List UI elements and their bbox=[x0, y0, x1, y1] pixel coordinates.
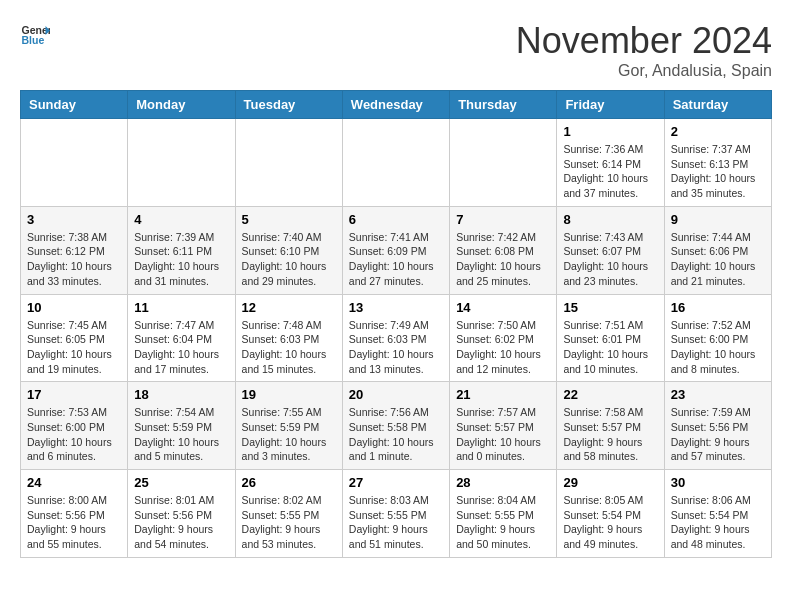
day-number: 25 bbox=[134, 475, 228, 490]
day-info: Sunrise: 7:36 AMSunset: 6:14 PMDaylight:… bbox=[563, 142, 657, 201]
day-number: 3 bbox=[27, 212, 121, 227]
day-number: 10 bbox=[27, 300, 121, 315]
day-number: 20 bbox=[349, 387, 443, 402]
day-number: 27 bbox=[349, 475, 443, 490]
svg-text:Blue: Blue bbox=[22, 34, 45, 46]
day-number: 24 bbox=[27, 475, 121, 490]
logo: General Blue bbox=[20, 20, 50, 50]
day-info: Sunrise: 7:52 AMSunset: 6:00 PMDaylight:… bbox=[671, 318, 765, 377]
calendar-week-row: 24Sunrise: 8:00 AMSunset: 5:56 PMDayligh… bbox=[21, 470, 772, 558]
day-info: Sunrise: 7:57 AMSunset: 5:57 PMDaylight:… bbox=[456, 405, 550, 464]
calendar-week-row: 17Sunrise: 7:53 AMSunset: 6:00 PMDayligh… bbox=[21, 382, 772, 470]
calendar-day-cell: 11Sunrise: 7:47 AMSunset: 6:04 PMDayligh… bbox=[128, 294, 235, 382]
weekday-header-cell: Tuesday bbox=[235, 91, 342, 119]
day-info: Sunrise: 7:40 AMSunset: 6:10 PMDaylight:… bbox=[242, 230, 336, 289]
day-number: 28 bbox=[456, 475, 550, 490]
calendar-day-cell: 19Sunrise: 7:55 AMSunset: 5:59 PMDayligh… bbox=[235, 382, 342, 470]
day-info: Sunrise: 7:41 AMSunset: 6:09 PMDaylight:… bbox=[349, 230, 443, 289]
day-info: Sunrise: 7:55 AMSunset: 5:59 PMDaylight:… bbox=[242, 405, 336, 464]
day-info: Sunrise: 8:05 AMSunset: 5:54 PMDaylight:… bbox=[563, 493, 657, 552]
calendar-day-cell: 20Sunrise: 7:56 AMSunset: 5:58 PMDayligh… bbox=[342, 382, 449, 470]
calendar-day-cell: 14Sunrise: 7:50 AMSunset: 6:02 PMDayligh… bbox=[450, 294, 557, 382]
day-number: 30 bbox=[671, 475, 765, 490]
calendar-day-cell: 5Sunrise: 7:40 AMSunset: 6:10 PMDaylight… bbox=[235, 206, 342, 294]
day-number: 15 bbox=[563, 300, 657, 315]
calendar-day-cell: 3Sunrise: 7:38 AMSunset: 6:12 PMDaylight… bbox=[21, 206, 128, 294]
calendar-day-cell: 10Sunrise: 7:45 AMSunset: 6:05 PMDayligh… bbox=[21, 294, 128, 382]
calendar-day-cell: 23Sunrise: 7:59 AMSunset: 5:56 PMDayligh… bbox=[664, 382, 771, 470]
calendar-day-cell: 2Sunrise: 7:37 AMSunset: 6:13 PMDaylight… bbox=[664, 119, 771, 207]
calendar-week-row: 10Sunrise: 7:45 AMSunset: 6:05 PMDayligh… bbox=[21, 294, 772, 382]
day-number: 29 bbox=[563, 475, 657, 490]
calendar-day-cell: 7Sunrise: 7:42 AMSunset: 6:08 PMDaylight… bbox=[450, 206, 557, 294]
calendar-day-cell: 13Sunrise: 7:49 AMSunset: 6:03 PMDayligh… bbox=[342, 294, 449, 382]
day-number: 12 bbox=[242, 300, 336, 315]
calendar-day-cell: 17Sunrise: 7:53 AMSunset: 6:00 PMDayligh… bbox=[21, 382, 128, 470]
day-number: 2 bbox=[671, 124, 765, 139]
day-number: 18 bbox=[134, 387, 228, 402]
calendar-day-cell: 26Sunrise: 8:02 AMSunset: 5:55 PMDayligh… bbox=[235, 470, 342, 558]
day-number: 9 bbox=[671, 212, 765, 227]
weekday-header-cell: Friday bbox=[557, 91, 664, 119]
calendar-day-cell: 22Sunrise: 7:58 AMSunset: 5:57 PMDayligh… bbox=[557, 382, 664, 470]
weekday-header-cell: Wednesday bbox=[342, 91, 449, 119]
day-info: Sunrise: 7:59 AMSunset: 5:56 PMDaylight:… bbox=[671, 405, 765, 464]
calendar-day-cell: 28Sunrise: 8:04 AMSunset: 5:55 PMDayligh… bbox=[450, 470, 557, 558]
day-number: 17 bbox=[27, 387, 121, 402]
calendar-day-cell: 15Sunrise: 7:51 AMSunset: 6:01 PMDayligh… bbox=[557, 294, 664, 382]
calendar-day-cell: 24Sunrise: 8:00 AMSunset: 5:56 PMDayligh… bbox=[21, 470, 128, 558]
calendar-day-cell: 16Sunrise: 7:52 AMSunset: 6:00 PMDayligh… bbox=[664, 294, 771, 382]
day-number: 14 bbox=[456, 300, 550, 315]
day-info: Sunrise: 7:49 AMSunset: 6:03 PMDaylight:… bbox=[349, 318, 443, 377]
day-info: Sunrise: 7:42 AMSunset: 6:08 PMDaylight:… bbox=[456, 230, 550, 289]
day-info: Sunrise: 7:37 AMSunset: 6:13 PMDaylight:… bbox=[671, 142, 765, 201]
day-info: Sunrise: 7:54 AMSunset: 5:59 PMDaylight:… bbox=[134, 405, 228, 464]
day-info: Sunrise: 8:06 AMSunset: 5:54 PMDaylight:… bbox=[671, 493, 765, 552]
day-info: Sunrise: 7:44 AMSunset: 6:06 PMDaylight:… bbox=[671, 230, 765, 289]
calendar-day-cell bbox=[450, 119, 557, 207]
weekday-header: SundayMondayTuesdayWednesdayThursdayFrid… bbox=[21, 91, 772, 119]
day-info: Sunrise: 7:47 AMSunset: 6:04 PMDaylight:… bbox=[134, 318, 228, 377]
logo-icon: General Blue bbox=[20, 20, 50, 50]
weekday-header-cell: Thursday bbox=[450, 91, 557, 119]
calendar-day-cell: 27Sunrise: 8:03 AMSunset: 5:55 PMDayligh… bbox=[342, 470, 449, 558]
day-number: 22 bbox=[563, 387, 657, 402]
calendar-day-cell: 1Sunrise: 7:36 AMSunset: 6:14 PMDaylight… bbox=[557, 119, 664, 207]
calendar-day-cell bbox=[342, 119, 449, 207]
day-info: Sunrise: 7:43 AMSunset: 6:07 PMDaylight:… bbox=[563, 230, 657, 289]
day-info: Sunrise: 7:51 AMSunset: 6:01 PMDaylight:… bbox=[563, 318, 657, 377]
day-number: 4 bbox=[134, 212, 228, 227]
calendar-day-cell: 30Sunrise: 8:06 AMSunset: 5:54 PMDayligh… bbox=[664, 470, 771, 558]
day-number: 1 bbox=[563, 124, 657, 139]
weekday-header-cell: Sunday bbox=[21, 91, 128, 119]
day-info: Sunrise: 8:03 AMSunset: 5:55 PMDaylight:… bbox=[349, 493, 443, 552]
calendar-week-row: 1Sunrise: 7:36 AMSunset: 6:14 PMDaylight… bbox=[21, 119, 772, 207]
calendar-body: 1Sunrise: 7:36 AMSunset: 6:14 PMDaylight… bbox=[21, 119, 772, 558]
calendar-day-cell: 21Sunrise: 7:57 AMSunset: 5:57 PMDayligh… bbox=[450, 382, 557, 470]
day-info: Sunrise: 7:45 AMSunset: 6:05 PMDaylight:… bbox=[27, 318, 121, 377]
calendar-day-cell: 25Sunrise: 8:01 AMSunset: 5:56 PMDayligh… bbox=[128, 470, 235, 558]
month-title: November 2024 bbox=[516, 20, 772, 62]
day-info: Sunrise: 8:00 AMSunset: 5:56 PMDaylight:… bbox=[27, 493, 121, 552]
calendar-day-cell: 8Sunrise: 7:43 AMSunset: 6:07 PMDaylight… bbox=[557, 206, 664, 294]
day-info: Sunrise: 7:39 AMSunset: 6:11 PMDaylight:… bbox=[134, 230, 228, 289]
day-number: 5 bbox=[242, 212, 336, 227]
title-area: November 2024 Gor, Andalusia, Spain bbox=[516, 20, 772, 80]
day-info: Sunrise: 7:38 AMSunset: 6:12 PMDaylight:… bbox=[27, 230, 121, 289]
calendar-day-cell: 12Sunrise: 7:48 AMSunset: 6:03 PMDayligh… bbox=[235, 294, 342, 382]
day-number: 7 bbox=[456, 212, 550, 227]
day-number: 19 bbox=[242, 387, 336, 402]
calendar-day-cell bbox=[128, 119, 235, 207]
calendar-day-cell: 6Sunrise: 7:41 AMSunset: 6:09 PMDaylight… bbox=[342, 206, 449, 294]
weekday-header-cell: Monday bbox=[128, 91, 235, 119]
day-info: Sunrise: 8:04 AMSunset: 5:55 PMDaylight:… bbox=[456, 493, 550, 552]
location-title: Gor, Andalusia, Spain bbox=[516, 62, 772, 80]
day-number: 16 bbox=[671, 300, 765, 315]
calendar-day-cell: 29Sunrise: 8:05 AMSunset: 5:54 PMDayligh… bbox=[557, 470, 664, 558]
calendar-day-cell: 4Sunrise: 7:39 AMSunset: 6:11 PMDaylight… bbox=[128, 206, 235, 294]
day-info: Sunrise: 7:48 AMSunset: 6:03 PMDaylight:… bbox=[242, 318, 336, 377]
day-info: Sunrise: 8:01 AMSunset: 5:56 PMDaylight:… bbox=[134, 493, 228, 552]
day-info: Sunrise: 7:53 AMSunset: 6:00 PMDaylight:… bbox=[27, 405, 121, 464]
calendar-day-cell bbox=[21, 119, 128, 207]
calendar-table: SundayMondayTuesdayWednesdayThursdayFrid… bbox=[20, 90, 772, 558]
